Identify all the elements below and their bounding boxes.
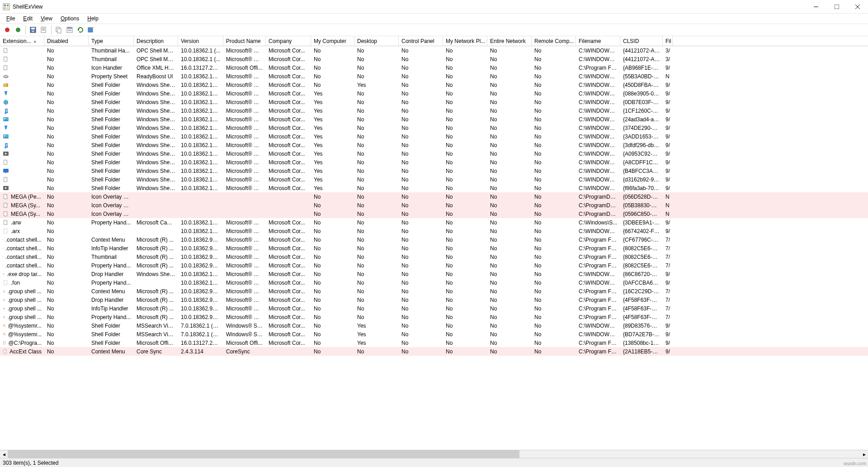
cell-comp: Microsoft Cor... — [266, 288, 311, 295]
grid-row[interactable]: NoShell FolderWindows Shell...10.0.18362… — [0, 184, 868, 192]
cell-dis: No — [44, 91, 89, 97]
grid-row[interactable]: .arwNoProperty Hand...Microsoft Cam...10… — [0, 218, 868, 227]
grid-row[interactable]: NoShell FolderWindows Shell...10.0.18362… — [0, 106, 868, 115]
grid-row[interactable]: NoShell FolderWindows Shell...10.0.18362… — [0, 124, 868, 132]
cell-enet: No — [487, 331, 532, 338]
cell-enet: No — [487, 271, 532, 277]
cell-ver: 10.0.18362.959 ... — [178, 237, 223, 243]
grid-row[interactable]: .contact shell...NoProperty Hand...Micro… — [0, 261, 868, 270]
column-header-myc[interactable]: My Computer — [311, 36, 354, 46]
cell-rc: No — [532, 142, 576, 148]
grid-row[interactable]: .group shell ...NoDrop HandlerMicrosoft … — [0, 295, 868, 304]
grid-row[interactable]: NoShell FolderWindows Shell...10.0.18362… — [0, 158, 868, 167]
column-header-desk[interactable]: Desktop — [354, 36, 399, 46]
menu-file[interactable]: File — [3, 14, 19, 23]
grid-row[interactable]: NoShell FolderWindows Shell...10.0.18362… — [0, 132, 868, 141]
column-header-type[interactable]: Type — [89, 36, 134, 46]
grid-row[interactable]: NoProperty SheetReadyBoost UI10.0.18362.… — [0, 72, 868, 81]
cell-dis: No — [44, 176, 89, 183]
column-header-cp[interactable]: Control Panel — [399, 36, 443, 46]
find-button[interactable] — [87, 25, 96, 34]
cell-prod: Microsoft® Wi... — [223, 288, 266, 295]
grid-row[interactable]: @%systemr...NoShell FolderMSSearch Vist.… — [0, 330, 868, 338]
cell-clsid: {2A118EB5-579... — [620, 348, 663, 355]
column-header-net[interactable]: My Network Pl... — [443, 36, 487, 46]
cell-desk: No — [354, 159, 399, 166]
cell-type: Shell Folder — [89, 331, 134, 338]
grid-row[interactable]: .exe drop tar...NoDrop HandlerWindows Sh… — [0, 270, 868, 278]
cell-dis: No — [44, 159, 89, 166]
cell-dis: No — [44, 348, 89, 355]
cell-desc: Microsoft (R) ... — [134, 288, 178, 295]
grid-row[interactable]: MEGA (Sy...NoIcon Overlay H...NoNoNoNoNo… — [0, 210, 868, 218]
refresh-button[interactable] — [76, 25, 85, 34]
cell-clsid: {AB968F1E-E20... — [620, 65, 663, 71]
grid-row[interactable]: NoShell FolderWindows Shell...10.0.18362… — [0, 149, 868, 158]
cell-cp: No — [399, 99, 443, 105]
grid-row[interactable]: NoShell FolderWindows Shell...10.0.18362… — [0, 167, 868, 175]
grid-row[interactable]: NoThumbnailOPC Shell Met...10.0.18362.1 … — [0, 55, 868, 63]
grid-row[interactable]: MEGA (Pe...NoIcon Overlay H...NoNoNoNoNo… — [0, 192, 868, 201]
cell-myc: No — [311, 202, 354, 209]
column-header-fil[interactable]: Fil — [663, 36, 673, 46]
scroll-left-button[interactable]: ◂ — [0, 450, 8, 458]
cell-prod: Microsoft® Wi... — [223, 151, 266, 157]
enable-button[interactable] — [14, 25, 23, 34]
notes-button[interactable] — [39, 25, 48, 34]
grid-row[interactable]: NoShell FolderWindows Shell...10.0.18362… — [0, 98, 868, 106]
grid-row[interactable]: NoShell FolderWindows Shell...10.0.18362… — [0, 89, 868, 98]
cell-cp: No — [399, 271, 443, 277]
menu-help[interactable]: Help — [84, 14, 102, 23]
column-header-comp[interactable]: Company — [266, 36, 311, 46]
grid-row[interactable]: @%systemr...NoShell FolderMSSearch Vist.… — [0, 321, 868, 330]
grid-row[interactable]: .contact shell...NoInfoTip HandlerMicros… — [0, 244, 868, 253]
grid-row[interactable]: .group shell ...NoProperty Hand...Micros… — [0, 313, 868, 321]
horizontal-scrollbar[interactable]: ◂ ▸ — [0, 450, 868, 458]
disable-button[interactable] — [3, 25, 12, 34]
scroll-right-button[interactable]: ▸ — [860, 450, 868, 458]
column-header-prod[interactable]: Product Name — [223, 36, 266, 46]
column-header-ver[interactable]: Version — [178, 36, 223, 46]
minimize-button[interactable] — [806, 0, 826, 13]
grid-row[interactable]: .arxNo10.0.18362.107...Microsoft® Wi...M… — [0, 227, 868, 235]
grid-row[interactable]: MEGA (Sy...NoIcon Overlay H...NoNoNoNoNo… — [0, 201, 868, 210]
close-button[interactable] — [847, 0, 868, 13]
cell-dis: No — [44, 202, 89, 209]
maximize-button[interactable] — [826, 0, 847, 13]
column-header-enet[interactable]: Entire Network — [487, 36, 532, 46]
column-header-rc[interactable]: Remote Comp... — [532, 36, 576, 46]
save-button[interactable] — [28, 25, 38, 34]
cell-clsid: {BD7A2E7B-21... — [620, 331, 663, 338]
column-header-dis[interactable]: Disabled — [44, 36, 89, 46]
scroll-track[interactable] — [8, 450, 860, 458]
grid-row[interactable]: AccExt ClassNoContext MenuCore Sync2.4.3… — [0, 347, 868, 356]
grid-row[interactable]: NoShell FolderWindows Shell...10.0.18362… — [0, 175, 868, 184]
cell-comp: Microsoft Cor... — [266, 73, 311, 80]
grid-row[interactable]: .contact shell...NoThumbnailMicrosoft (R… — [0, 253, 868, 261]
grid-row[interactable]: .fonNoProperty Hand...10.0.18362.107...M… — [0, 278, 868, 287]
cell-type: Shell Folder — [89, 159, 134, 166]
column-header-desc[interactable]: Description — [134, 36, 178, 46]
grid-row[interactable]: NoThumbnail Ha...OPC Shell Met...10.0.18… — [0, 46, 868, 55]
column-header-fn[interactable]: Filename — [576, 36, 620, 46]
grid-row[interactable]: NoIcon HandlerOffice XML Ha...16.0.13127… — [0, 63, 868, 72]
grid-row[interactable]: NoShell FolderWindows Shell...10.0.18362… — [0, 115, 868, 124]
copy-button[interactable] — [54, 25, 63, 34]
grid-row[interactable]: .group shell ...NoContext MenuMicrosoft … — [0, 287, 868, 295]
grid-row[interactable]: .group shell ...NoInfoTip HandlerMicroso… — [0, 304, 868, 313]
grid-row[interactable]: NoShell FolderWindows Shell...10.0.18362… — [0, 81, 868, 89]
cell-clsid: {056D528D-CE... — [620, 194, 663, 200]
menu-options[interactable]: Options — [57, 14, 83, 23]
menu-view[interactable]: View — [37, 14, 56, 23]
cell-enet: No — [487, 194, 532, 200]
grid-row[interactable]: @C:\Progra...NoShell FolderMicrosoft Off… — [0, 338, 868, 347]
column-header-ext[interactable]: Extension...▴ — [0, 36, 44, 46]
grid-row[interactable]: NoShell FolderWindows Shell...10.0.18362… — [0, 141, 868, 149]
menu-edit[interactable]: Edit — [19, 14, 36, 23]
cell-prod: Microsoft® Wi... — [223, 73, 266, 80]
column-header-clsid[interactable]: CLSID — [620, 36, 663, 46]
properties-button[interactable] — [65, 25, 74, 34]
grid-row[interactable]: .contact shell...NoContext MenuMicrosoft… — [0, 235, 868, 244]
cell-prod: Microsoft® Wi... — [223, 297, 266, 303]
scroll-thumb[interactable] — [8, 450, 519, 458]
